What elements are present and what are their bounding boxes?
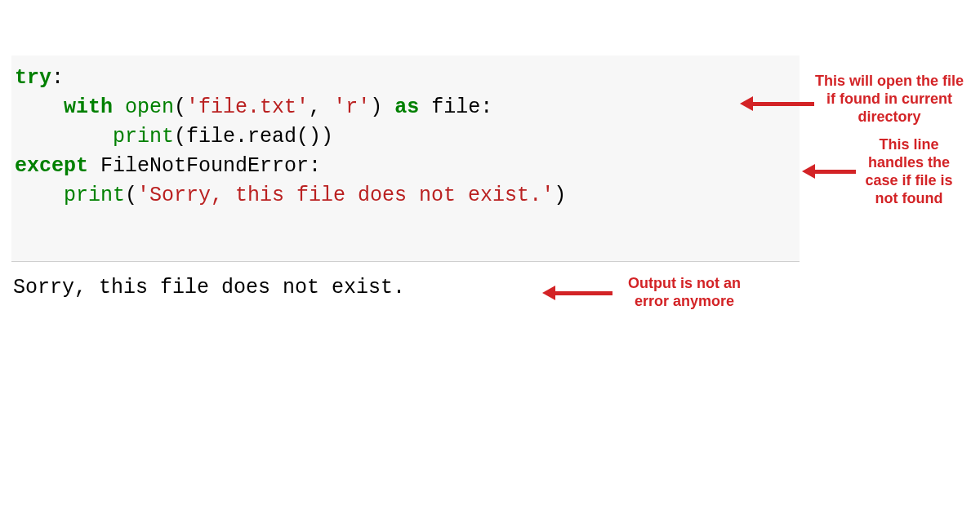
paren: ) [370,95,382,119]
arrow-icon [802,164,856,179]
string-message: 'Sorry, this file does not exist.' [137,184,554,207]
func-print: print [113,125,174,148]
annotation-output: Output is not an error anymore [611,274,758,310]
keyword-with: with [64,95,113,119]
annotation-except: This line handles the case if file is no… [852,135,966,207]
paren: ( [174,95,186,119]
annotation-open-file: This will open the file if found in curr… [815,72,964,126]
keyword-except: except [15,154,88,178]
space [113,95,125,119]
string-mode: 'r' [333,95,370,119]
code-block: try: with open('file.txt', 'r') as file:… [11,55,800,262]
space [88,154,100,178]
type-filenotfound: FileNotFoundError: [100,154,321,178]
indent [15,95,64,119]
colon: : [51,66,64,90]
indent [15,184,64,207]
identifier-file: file: [431,95,492,119]
code-text: (file.read()) [174,125,333,148]
keyword-try: try [15,66,51,90]
func-print: print [64,184,125,207]
func-open: open [125,95,174,119]
comma: , [309,95,333,119]
space [382,95,394,119]
indent [15,125,113,148]
string-filename: 'file.txt' [186,95,309,119]
keyword-as: as [394,95,419,119]
paren: ) [554,184,566,207]
space [419,95,431,119]
paren: ( [125,184,137,207]
output-text: Sorry, this file does not exist. [13,276,405,299]
arrow-icon [542,286,612,300]
arrow-icon [740,96,814,111]
